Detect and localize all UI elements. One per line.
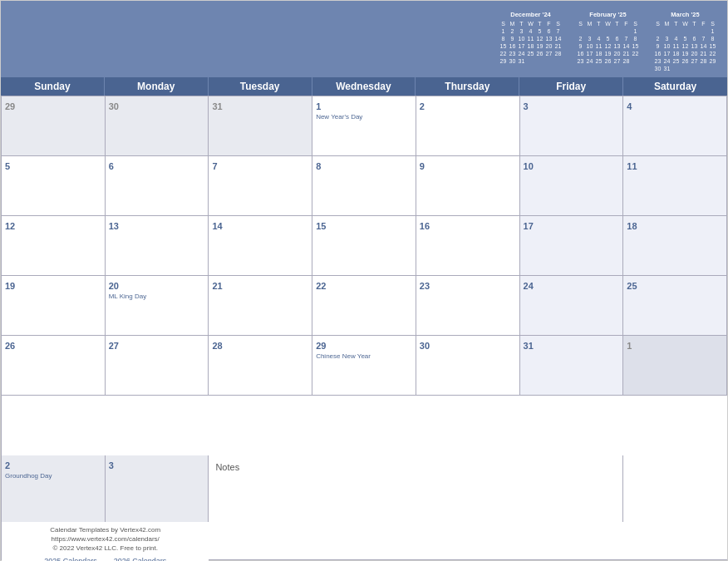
event-label: Chinese New Year [316, 352, 412, 361]
notes-cell: Notes [209, 455, 623, 522]
day-cell: 3 [520, 96, 624, 156]
day-number: 8 [316, 161, 321, 171]
day-header-thursday: Thursday [416, 77, 519, 96]
day-number: 29 [5, 101, 15, 111]
day-header-saturday: Saturday [623, 77, 727, 96]
day-number: 27 [109, 341, 119, 351]
day-number: 28 [212, 341, 222, 351]
link-2026-calendars[interactable]: 2026 Calendars [114, 557, 167, 561]
day-cell: 11 [623, 156, 727, 216]
day-cell: 7 [209, 156, 312, 216]
day-cell: 23 [416, 276, 520, 336]
day-number: 1 [316, 101, 321, 111]
attribution-cell: Calendar Templates by Vertex42.comhttps:… [2, 522, 209, 561]
day-number: 3 [109, 460, 114, 470]
day-number: 2 [420, 101, 425, 111]
day-cell: 16 [416, 216, 520, 276]
day-cell: 28 [209, 336, 312, 396]
day-number: 17 [524, 221, 534, 231]
bottom-row: 2Groundhog Day3NotesCalendar Templates b… [1, 455, 727, 560]
day-number: 30 [109, 101, 119, 111]
day-number: 6 [109, 161, 114, 171]
day-cell: 10 [520, 156, 624, 216]
day-number: 23 [420, 281, 430, 291]
day-cell: 20ML King Day [106, 276, 209, 336]
day-cell: 31 [520, 336, 624, 396]
event-label: New Year's Day [316, 113, 412, 121]
day-header-friday: Friday [519, 77, 623, 96]
day-cell: 1 [623, 336, 727, 396]
day-number: 11 [627, 161, 637, 171]
day-cell: 19 [2, 276, 106, 336]
day-cell: 29 [2, 96, 106, 156]
event-label: ML King Day [109, 293, 205, 301]
day-number: 12 [5, 221, 15, 231]
day-cell: 9 [416, 156, 520, 216]
calendar-wrapper: December '24SMTWTFS123456789101112131415… [0, 0, 728, 561]
day-number: 13 [109, 221, 119, 231]
day-cell: 2 [416, 96, 520, 156]
day-number: 9 [420, 161, 425, 171]
day-cell: 5 [2, 156, 106, 216]
attribution-links: 2025 Calendars2026 Calendars [44, 557, 166, 561]
day-number: 2 [5, 460, 10, 470]
day-cell: 6 [106, 156, 209, 216]
day-number: 30 [420, 341, 430, 351]
notes-label: Notes [215, 462, 239, 472]
day-cell: 14 [209, 216, 312, 276]
day-number: 5 [5, 161, 10, 171]
day-cell: 31 [209, 96, 312, 156]
mini-calendars: December '24SMTWTFS123456789101112131415… [499, 11, 717, 72]
day-number: 19 [5, 281, 15, 291]
link-2025-calendars[interactable]: 2025 Calendars [44, 557, 97, 561]
day-cell: 18 [623, 216, 727, 276]
day-number: 14 [212, 221, 222, 231]
day-cell: 29Chinese New Year [312, 336, 416, 396]
day-headers-row: SundayMondayTuesdayWednesdayThursdayFrid… [1, 77, 727, 96]
day-number: 18 [627, 221, 637, 231]
bottom-day-2: 2Groundhog Day [2, 455, 106, 522]
day-number: 26 [5, 341, 15, 351]
calendar-grid: 2930311New Year's Day2345678910111213141… [1, 96, 727, 455]
mini-cal-1: February '25SMTWTFS123456789101112131415… [576, 11, 640, 72]
mini-cal-2: March '25SMTWTFS123456789101112131415161… [653, 11, 717, 72]
day-number: 21 [212, 281, 222, 291]
day-number: 24 [524, 281, 534, 291]
day-number: 1 [627, 341, 632, 351]
bottom-day-3: 3 [106, 455, 209, 522]
day-cell: 25 [623, 276, 727, 336]
day-cell: 1New Year's Day [312, 96, 416, 156]
day-header-sunday: Sunday [1, 77, 105, 96]
attribution-text: Calendar Templates by Vertex42.comhttps:… [50, 525, 160, 554]
day-number: 31 [212, 101, 222, 111]
day-number: 10 [524, 161, 534, 171]
day-header-monday: Monday [105, 77, 209, 96]
day-cell: 8 [312, 156, 416, 216]
day-number: 4 [627, 101, 632, 111]
mini-cal-0: December '24SMTWTFS123456789101112131415… [499, 11, 563, 72]
day-number: 20 [109, 281, 119, 291]
day-number: 3 [524, 101, 529, 111]
day-cell: 4 [623, 96, 727, 156]
day-cell: 17 [520, 216, 624, 276]
day-number: 7 [212, 161, 217, 171]
calendar-header: December '24SMTWTFS123456789101112131415… [1, 1, 727, 77]
day-number: 25 [627, 281, 637, 291]
day-cell: 21 [209, 276, 312, 336]
day-number: 22 [316, 281, 326, 291]
day-cell: 22 [312, 276, 416, 336]
day-number: 31 [524, 341, 534, 351]
event-label: Groundhog Day [5, 472, 101, 480]
day-cell: 26 [2, 336, 106, 396]
day-cell: 12 [2, 216, 106, 276]
day-header-tuesday: Tuesday [209, 77, 312, 96]
day-cell: 13 [106, 216, 209, 276]
day-number: 15 [316, 221, 326, 231]
day-cell: 27 [106, 336, 209, 396]
day-cell: 15 [312, 216, 416, 276]
day-cell: 30 [416, 336, 520, 396]
day-cell: 30 [106, 96, 209, 156]
day-number: 29 [316, 341, 326, 351]
day-number: 16 [420, 221, 430, 231]
day-cell: 24 [520, 276, 624, 336]
